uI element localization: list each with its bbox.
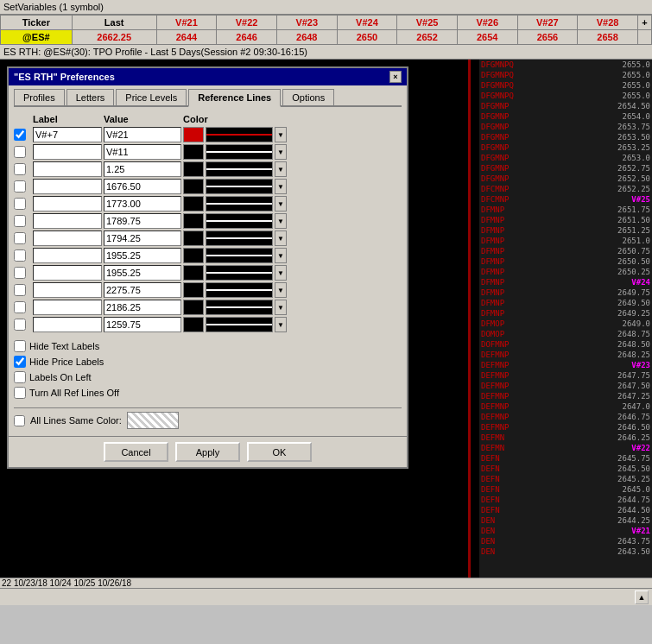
ref-row-value-6[interactable] bbox=[104, 230, 181, 246]
price-row-20: DFMNP2650.25 bbox=[479, 267, 652, 277]
ref-row-label-9[interactable] bbox=[33, 282, 102, 298]
options-panel: Hide Text LabelsHide Price LabelsLabels … bbox=[14, 335, 402, 404]
color-swatch-0[interactable] bbox=[183, 127, 204, 142]
color-dropdown-10[interactable]: ▼ bbox=[275, 300, 287, 315]
ref-row-value-2[interactable] bbox=[104, 161, 181, 177]
color-swatch-5[interactable] bbox=[183, 213, 204, 229]
ref-row-label-4[interactable] bbox=[33, 196, 102, 212]
ref-row-checkbox-0[interactable] bbox=[14, 129, 26, 141]
color-swatch-3[interactable] bbox=[183, 179, 204, 194]
color-dropdown-5[interactable]: ▼ bbox=[275, 213, 287, 229]
price-marker-V#25: V#25 bbox=[631, 195, 650, 204]
color-dropdown-2[interactable]: ▼ bbox=[275, 161, 287, 177]
ref-row-checkbox-9[interactable] bbox=[14, 284, 26, 296]
price-row-15: DFMNP2651.50 bbox=[479, 215, 652, 225]
ref-row-checkbox-10[interactable] bbox=[14, 301, 26, 313]
tab-options[interactable]: Options bbox=[282, 89, 334, 105]
ref-row-checkbox-6[interactable] bbox=[14, 232, 26, 244]
ref-row-label-8[interactable] bbox=[33, 265, 102, 281]
price-letters-30: DEFMNP bbox=[481, 371, 510, 380]
ref-row-label-1[interactable] bbox=[33, 144, 102, 160]
ref-row-label-6[interactable] bbox=[33, 230, 102, 246]
price-letters-44: DEN bbox=[481, 516, 495, 525]
ref-row-label-0[interactable] bbox=[33, 127, 102, 142]
color-dropdown-0[interactable]: ▼ bbox=[275, 127, 287, 142]
color-dropdown-6[interactable]: ▼ bbox=[275, 230, 287, 246]
color-dropdown-1[interactable]: ▼ bbox=[275, 144, 287, 160]
color-swatch-10[interactable] bbox=[183, 300, 204, 315]
option-checkbox-2[interactable] bbox=[14, 371, 26, 383]
ref-row-value-4[interactable] bbox=[104, 196, 181, 212]
color-dropdown-11[interactable]: ▼ bbox=[275, 317, 287, 332]
price-letters-22: DFMNP bbox=[481, 288, 504, 297]
option-checkbox-0[interactable] bbox=[14, 340, 26, 352]
ref-row-checkbox-1[interactable] bbox=[14, 146, 26, 158]
color-dropdown-4[interactable]: ▼ bbox=[275, 196, 287, 212]
taskbar-icon[interactable]: ▲ bbox=[635, 590, 649, 604]
color-swatch-11[interactable] bbox=[183, 317, 204, 332]
ref-row-value-8[interactable] bbox=[104, 265, 181, 281]
cancel-button[interactable]: Cancel bbox=[104, 442, 168, 462]
color-swatch-6[interactable] bbox=[183, 230, 204, 246]
ref-row-3: ▼ bbox=[14, 178, 402, 195]
line-style-4 bbox=[206, 196, 273, 212]
ticker-value-7: 2654 bbox=[457, 30, 517, 45]
price-value-32: 2647.25 bbox=[617, 392, 650, 401]
all-lines-color-swatch[interactable] bbox=[127, 412, 179, 429]
ref-row-checkbox-8[interactable] bbox=[14, 267, 26, 279]
tab-profiles[interactable]: Profiles bbox=[14, 89, 65, 105]
color-dropdown-7[interactable]: ▼ bbox=[275, 248, 287, 263]
color-swatch-9[interactable] bbox=[183, 282, 204, 298]
apply-button[interactable]: Apply bbox=[175, 442, 240, 462]
ref-row-value-11[interactable] bbox=[104, 317, 181, 332]
color-swatch-7[interactable] bbox=[183, 248, 204, 263]
ref-row-checkbox-4[interactable] bbox=[14, 198, 26, 210]
ref-row-label-10[interactable] bbox=[33, 300, 102, 315]
option-row-1: Hide Price Labels bbox=[14, 354, 402, 369]
ref-row-checkbox-3[interactable] bbox=[14, 180, 26, 193]
price-row-23: DFMNP2649.50 bbox=[479, 298, 652, 308]
option-checkbox-1[interactable] bbox=[14, 356, 26, 368]
price-value-4: 2654.50 bbox=[617, 102, 650, 110]
color-dropdown-8[interactable]: ▼ bbox=[275, 265, 287, 281]
ticker-header-1: Last bbox=[72, 16, 156, 30]
price-value-12: 2652.25 bbox=[617, 185, 650, 193]
color-dropdown-3[interactable]: ▼ bbox=[275, 179, 287, 194]
tab-letters[interactable]: Letters bbox=[66, 89, 115, 105]
ok-button[interactable]: OK bbox=[247, 442, 312, 462]
ref-row-label-7[interactable] bbox=[33, 248, 102, 263]
expand-header[interactable]: + bbox=[638, 16, 652, 30]
ref-row-value-1[interactable] bbox=[104, 144, 181, 160]
color-dropdown-9[interactable]: ▼ bbox=[275, 282, 287, 298]
ref-row-checkbox-5[interactable] bbox=[14, 215, 26, 227]
tab-reference-lines[interactable]: Reference Lines bbox=[188, 89, 281, 107]
ref-row-color-4: ▼ bbox=[183, 196, 287, 212]
ref-row-checkbox-2[interactable] bbox=[14, 163, 26, 175]
color-swatch-4[interactable] bbox=[183, 196, 204, 212]
ref-row-checkbox-11[interactable] bbox=[14, 319, 26, 331]
ref-row-value-7[interactable] bbox=[104, 248, 181, 263]
price-value-1: 2655.0 bbox=[622, 71, 650, 79]
ref-row-value-3[interactable] bbox=[104, 179, 181, 194]
color-swatch-1[interactable] bbox=[183, 144, 204, 160]
price-letters-18: DFMNP bbox=[481, 247, 504, 256]
top-bar-title: SetVariables (1 symbol) bbox=[3, 2, 104, 12]
ref-row-value-5[interactable] bbox=[104, 213, 181, 229]
ref-row-label-5[interactable] bbox=[33, 213, 102, 229]
price-value-26: 2648.75 bbox=[617, 330, 650, 338]
ref-row-checkbox-7[interactable] bbox=[14, 249, 26, 262]
ref-row-value-10[interactable] bbox=[104, 300, 181, 315]
line-style-3 bbox=[206, 179, 273, 194]
tab-price-levels[interactable]: Price Levels bbox=[116, 89, 187, 105]
color-swatch-2[interactable] bbox=[183, 161, 204, 177]
all-lines-checkbox[interactable] bbox=[14, 415, 25, 426]
ref-row-label-3[interactable] bbox=[33, 179, 102, 194]
ref-row-label-2[interactable] bbox=[33, 161, 102, 177]
ref-row-value-9[interactable] bbox=[104, 282, 181, 298]
dialog-close-button[interactable]: × bbox=[389, 71, 402, 83]
color-swatch-8[interactable] bbox=[183, 265, 204, 281]
ref-row-value-0[interactable] bbox=[104, 127, 181, 142]
ref-row-label-11[interactable] bbox=[33, 317, 102, 332]
price-value-19: 2650.50 bbox=[617, 257, 650, 266]
option-checkbox-3[interactable] bbox=[14, 387, 26, 399]
